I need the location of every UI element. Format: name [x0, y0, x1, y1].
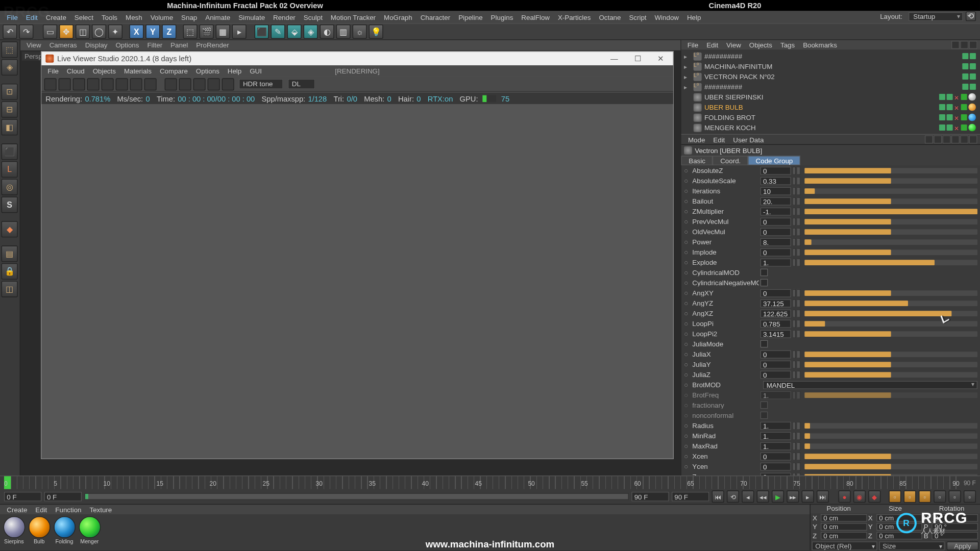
undo-icon[interactable]: ↶ — [3, 24, 17, 39]
param-slider[interactable] — [804, 260, 977, 265]
param-slider[interactable] — [804, 423, 977, 429]
axis-l-icon[interactable]: L — [2, 161, 18, 178]
spinner-up-icon[interactable] — [792, 299, 796, 307]
vp-menu-prorender[interactable]: ProRender — [193, 41, 233, 49]
spinner-down-icon[interactable] — [797, 207, 800, 215]
next-key-icon[interactable]: ▸ — [802, 490, 814, 503]
param-slider[interactable] — [804, 454, 977, 459]
lv-btn-9[interactable] — [165, 78, 177, 90]
visibility-editor-icon[interactable] — [962, 63, 968, 69]
lv-menu-help[interactable]: Help — [224, 67, 245, 75]
pos-field[interactable]: 0 cm — [821, 532, 867, 540]
param-value-field[interactable]: 1. — [760, 391, 791, 399]
vp-menu-view[interactable]: View — [23, 41, 44, 49]
param-slider[interactable] — [804, 239, 977, 245]
maximize-button[interactable]: ☐ — [629, 54, 647, 63]
object-row[interactable]: ▸ ########## — [681, 51, 980, 61]
key-pla-icon[interactable]: ▫ — [949, 490, 961, 503]
visibility-editor-icon[interactable] — [939, 94, 945, 100]
object-row[interactable]: UBER SIERPINSKI ✕ — [681, 92, 980, 102]
menu-realflow[interactable]: RealFlow — [518, 13, 553, 21]
attr-new-icon[interactable] — [969, 135, 977, 143]
vp-menu-panel[interactable]: Panel — [167, 41, 191, 49]
redo-icon[interactable]: ↷ — [19, 24, 33, 39]
spinner-down-icon[interactable] — [797, 309, 800, 317]
prev-key-icon[interactable]: ◂ — [742, 490, 754, 503]
current-frame-field[interactable]: 0 F — [44, 492, 82, 502]
poly-mode-icon[interactable]: ◧ — [2, 119, 18, 135]
menu-help[interactable]: Help — [683, 13, 704, 21]
menu-octane[interactable]: Octane — [596, 13, 624, 21]
attr-menu-mode[interactable]: Mode — [684, 136, 709, 143]
param-value-field[interactable]: 1. — [760, 258, 791, 266]
spinner-up-icon[interactable] — [792, 350, 796, 358]
menu-script[interactable]: Script — [626, 13, 650, 21]
range-end-field[interactable]: 90 F — [631, 492, 669, 502]
vp-menu-cameras[interactable]: Cameras — [46, 41, 80, 49]
lv-menu-compare[interactable]: Compare — [156, 67, 191, 75]
menu-render[interactable]: Render — [270, 13, 299, 21]
goto-end-icon[interactable]: ⏭ — [817, 490, 829, 503]
param-value-field[interactable]: 0 — [760, 360, 791, 368]
param-checkbox[interactable] — [760, 269, 768, 277]
om-menu-objects[interactable]: Objects — [746, 41, 776, 49]
render-icon[interactable]: 🎬 — [200, 24, 214, 39]
param-value-field[interactable]: 0 — [760, 248, 791, 256]
enable-icon[interactable] — [961, 114, 967, 120]
disable-icon[interactable]: ✕ — [954, 105, 960, 110]
render-settings-icon[interactable]: ▸ — [232, 24, 247, 39]
spinner-up-icon[interactable] — [792, 391, 796, 399]
spinner-up-icon[interactable] — [792, 360, 796, 368]
object-tree[interactable]: ▸ ########## ▸ MACHINA-INFINITUM ▸ VECTR… — [681, 49, 980, 134]
param-value-field[interactable]: 0 — [760, 217, 791, 226]
spinner-down-icon[interactable] — [797, 442, 800, 450]
object-row[interactable]: UBER BULB ✕ — [681, 102, 980, 112]
menu-select[interactable]: Select — [71, 13, 96, 21]
material-item[interactable]: Folding — [53, 516, 77, 545]
light-icon[interactable]: ☼ — [353, 24, 367, 39]
expand-icon[interactable]: ▸ — [684, 63, 691, 69]
spinner-up-icon[interactable] — [792, 166, 796, 174]
lv-menu-options[interactable]: Options — [192, 67, 223, 75]
param-value-field[interactable]: 0 — [760, 462, 791, 470]
key-param-icon[interactable]: ▫ — [934, 490, 946, 503]
param-value-field[interactable]: 1. — [760, 432, 791, 440]
size-mode-combo[interactable]: Size — [879, 541, 945, 550]
spinner-down-icon[interactable] — [797, 197, 800, 205]
main-menu[interactable]: FileEditCreateSelectToolsMeshVolumeSnapA… — [0, 11, 980, 23]
vp-menu-display[interactable]: Display — [82, 41, 111, 49]
object-manager-menu[interactable]: FileEditViewObjectsTagsBookmarks — [681, 40, 980, 50]
menu-snap[interactable]: Snap — [178, 13, 200, 21]
attr-up-icon[interactable] — [943, 135, 951, 143]
pos-field[interactable]: 0 cm — [821, 523, 867, 531]
spinner-up-icon[interactable] — [792, 207, 796, 215]
spinner-up-icon[interactable] — [792, 248, 796, 256]
lv-btn-6[interactable] — [116, 78, 128, 90]
spinner-down-icon[interactable] — [797, 299, 800, 307]
play-icon[interactable]: ▶ — [772, 490, 784, 503]
axis-y-icon[interactable]: Y — [145, 24, 160, 39]
attr-menu[interactable]: ModeEditUser Data — [681, 134, 980, 145]
spinner-up-icon[interactable] — [792, 421, 796, 430]
param-slider[interactable] — [804, 443, 977, 449]
param-value-field[interactable]: 1. — [760, 421, 791, 430]
layout-combo[interactable]: Startup — [909, 12, 963, 20]
material-item[interactable]: Sierpins — [2, 516, 26, 545]
spinner-down-icon[interactable] — [797, 360, 800, 368]
axis-z-icon[interactable]: Z — [162, 24, 176, 39]
param-slider[interactable] — [804, 188, 977, 194]
param-value-field[interactable]: 3.1415 — [760, 330, 791, 338]
disable-icon[interactable]: ✕ — [954, 115, 960, 120]
apply-button[interactable]: Apply — [947, 541, 979, 550]
param-value-field[interactable]: 0 — [760, 350, 791, 358]
visibility-editor-icon[interactable] — [962, 73, 968, 80]
mat-menu-function[interactable]: Function — [51, 506, 85, 513]
mat-menu-edit[interactable]: Edit — [31, 506, 51, 513]
attr-next-icon[interactable] — [934, 135, 942, 143]
tab-code-group[interactable]: Code Group — [748, 156, 800, 165]
spinner-up-icon[interactable] — [792, 330, 796, 338]
expand-icon[interactable]: ▸ — [684, 83, 691, 90]
close-button[interactable]: ✕ — [652, 54, 669, 63]
visibility-render-icon[interactable] — [947, 94, 953, 100]
menu-animate[interactable]: Animate — [202, 13, 234, 21]
